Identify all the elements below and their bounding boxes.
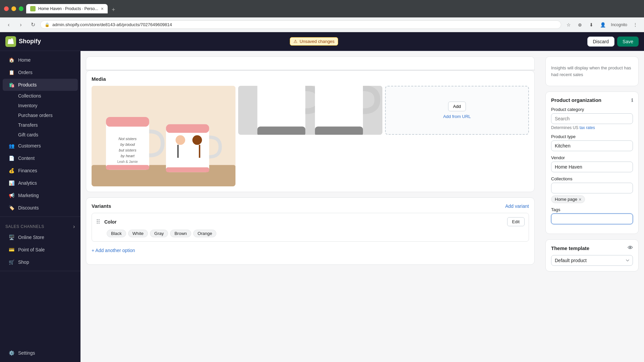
discard-button[interactable]: Discard — [587, 37, 614, 47]
svg-text:but sisters: but sisters — [119, 148, 136, 152]
forward-btn[interactable]: › — [16, 20, 25, 29]
tags-input[interactable] — [551, 214, 633, 224]
sidebar-item-customers-label: Customers — [18, 143, 41, 148]
product-type-label: Product type — [551, 134, 633, 139]
right-panel: Insights will display when the product h… — [540, 51, 644, 362]
sidebar-item-analytics-label: Analytics — [18, 180, 37, 186]
media-add-button[interactable]: Add — [448, 102, 466, 111]
sales-channels-expand-icon[interactable]: › — [73, 224, 75, 230]
download-btn[interactable]: ⬇ — [587, 20, 596, 29]
sidebar-item-transfers[interactable]: Transfers — [15, 120, 78, 130]
home-icon: 🏠 — [8, 57, 15, 63]
collections-label: Collections — [551, 176, 633, 181]
theme-template-preview-icon[interactable]: 👁 — [628, 245, 633, 251]
media-card: Media — [86, 70, 535, 192]
tax-rates-link[interactable]: tax rates — [580, 125, 595, 130]
sidebar-item-orders-label: Orders — [18, 70, 33, 75]
variant-row-header: ⠿ Color Edit — [96, 217, 525, 226]
svg-text:by blood: by blood — [120, 142, 135, 146]
color-tag-gray: Gray — [150, 230, 168, 237]
sidebar-item-pos-label: Point of Sale — [18, 247, 45, 252]
active-tab[interactable]: Home Haven · Products · Perso... × — [26, 4, 108, 13]
svg-rect-3 — [106, 117, 149, 127]
variant-edit-button[interactable]: Edit — [507, 217, 525, 226]
address-text: admin.shopify.com/store/de8143-a6/produc… — [52, 22, 172, 27]
product-organization-title: Product organization ℹ — [551, 97, 633, 103]
add-variant-button[interactable]: Add variant — [505, 203, 529, 209]
variants-card: Variants Add variant ⠿ Color Edit Black … — [86, 197, 535, 265]
product-organization-label: Product organization — [551, 97, 601, 103]
sidebar-products-submenu: Collections Inventory Purchase orders Tr… — [0, 91, 80, 139]
content-icon: 📄 — [8, 155, 15, 162]
sidebar-item-customers[interactable]: 👥 Customers — [3, 140, 78, 152]
media-grid: Not sisters by blood but sisters by hear… — [92, 86, 529, 186]
extensions-btn[interactable]: ⊕ — [575, 20, 585, 29]
media-thumb-1[interactable]: HARPER'S — [238, 86, 382, 135]
maximize-window-btn[interactable] — [19, 6, 23, 11]
marketing-icon: 📢 — [8, 192, 15, 199]
save-button[interactable]: Save — [617, 37, 639, 47]
sidebar-item-products-label: Products — [18, 82, 37, 87]
point-of-sale-icon: 💳 — [8, 246, 15, 253]
sidebar-item-finances[interactable]: 💰 Finances — [3, 165, 78, 177]
shopify-header: Shopify ⚠ Unsaved changes Discard Save — [0, 32, 644, 51]
home-page-tag-remove[interactable]: × — [579, 197, 581, 202]
insights-note-text: Insights will display when the product h… — [551, 62, 633, 80]
shopify-wordmark: Shopify — [19, 38, 41, 45]
sidebar-item-purchase-orders[interactable]: Purchase orders — [15, 111, 78, 120]
add-another-option-link[interactable]: + Add another option — [92, 245, 529, 256]
bookmark-btn[interactable]: ☆ — [564, 20, 573, 29]
sidebar-item-marketing[interactable]: 📢 Marketing — [3, 189, 78, 201]
unsaved-label: Unsaved changes — [300, 39, 334, 44]
sidebar-bottom: ⚙️ Settings — [0, 344, 80, 362]
sidebar-item-home[interactable]: 🏠 Home — [3, 54, 78, 66]
media-add-url-link[interactable]: Add from URL — [443, 114, 471, 119]
home-page-tag: Home page × — [551, 195, 585, 203]
vendor-field: Vendor — [551, 155, 633, 172]
sidebar-item-online-store[interactable]: 🖥️ Online Store — [3, 231, 78, 243]
settings-icon: ⚙️ — [8, 350, 15, 356]
new-tab-btn[interactable]: + — [109, 6, 118, 13]
sidebar-item-inventory[interactable]: Inventory — [15, 101, 78, 110]
products-icon: 🛍️ — [8, 81, 15, 88]
tags-label: Tags — [551, 207, 633, 212]
collections-tags: Home page × — [551, 195, 633, 203]
tab-close-btn[interactable]: × — [101, 6, 104, 11]
drag-handle-icon[interactable]: ⠿ — [96, 218, 100, 226]
media-main-image[interactable]: Not sisters by blood but sisters by hear… — [92, 86, 235, 186]
sidebar-item-orders[interactable]: 📋 Orders — [3, 66, 78, 78]
product-type-input[interactable] — [551, 140, 633, 151]
media-card-body: Media — [86, 71, 534, 192]
sidebar-item-collections[interactable]: Collections — [15, 91, 78, 101]
sidebar-item-settings[interactable]: ⚙️ Settings — [3, 347, 78, 359]
svg-rect-11 — [166, 124, 209, 133]
profile-btn[interactable]: 👤 — [598, 20, 607, 29]
address-bar[interactable]: 🔒 admin.shopify.com/store/de8143-a6/prod… — [40, 20, 561, 29]
window-controls — [4, 6, 23, 11]
sidebar-item-home-label: Home — [18, 57, 31, 63]
sidebar-item-point-of-sale[interactable]: 💳 Point of Sale — [3, 244, 78, 256]
browser-toolbar: ‹ › ↻ 🔒 admin.shopify.com/store/de8143-a… — [0, 17, 644, 32]
minimize-window-btn[interactable] — [11, 6, 16, 11]
sidebar: 🏠 Home 📋 Orders 🛍️ Products Collections … — [0, 51, 80, 362]
back-btn[interactable]: ‹ — [4, 20, 13, 29]
sidebar-item-gift-cards[interactable]: Gift cards — [15, 130, 78, 139]
svg-text:Not sisters: Not sisters — [118, 136, 137, 140]
product-organization-info-icon[interactable]: ℹ — [631, 98, 633, 103]
product-category-input[interactable] — [551, 113, 633, 124]
app-layout: 🏠 Home 📋 Orders 🛍️ Products Collections … — [0, 51, 644, 362]
vendor-input[interactable] — [551, 162, 633, 172]
refresh-btn[interactable]: ↻ — [28, 20, 38, 29]
theme-template-select[interactable]: Default product Custom product Full-widt… — [551, 255, 633, 266]
close-window-btn[interactable] — [4, 6, 9, 11]
sidebar-item-online-store-label: Online Store — [18, 235, 44, 240]
sidebar-item-discounts[interactable]: 🏷️ Discounts — [3, 202, 78, 214]
sidebar-item-shop[interactable]: 🛒 Shop — [3, 256, 78, 268]
browser-tabs: Home Haven · Products · Perso... × + — [26, 4, 640, 13]
menu-btn[interactable]: ⋮ — [631, 20, 640, 29]
sidebar-item-products[interactable]: 🛍️ Products — [3, 79, 78, 91]
media-upload-area[interactable]: Add Add from URL — [385, 86, 529, 135]
sidebar-item-content[interactable]: 📄 Content — [3, 152, 78, 164]
sidebar-item-analytics[interactable]: 📊 Analytics — [3, 177, 78, 189]
collections-input[interactable] — [551, 183, 633, 193]
